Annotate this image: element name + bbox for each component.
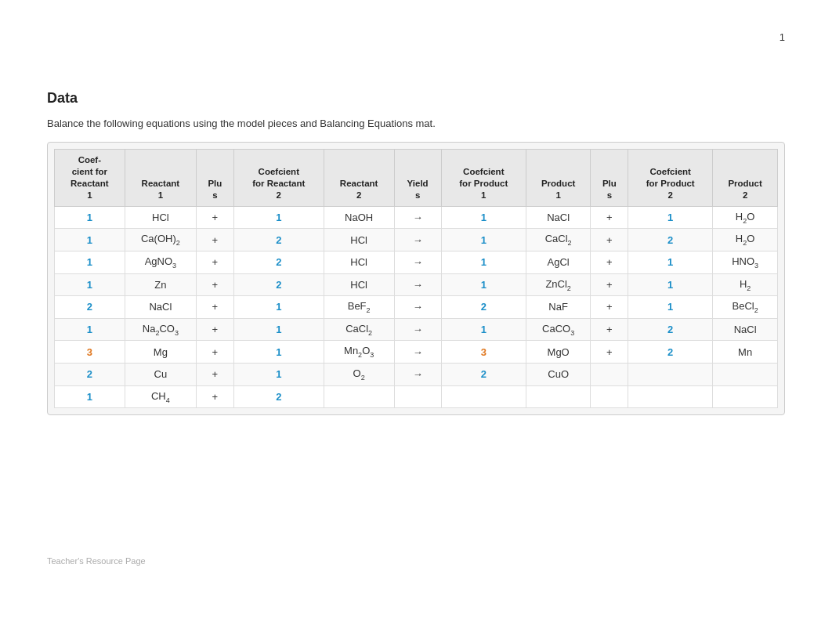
reactant2: HCl <box>324 251 394 273</box>
coef-reactant1: 2 <box>55 296 125 319</box>
yield-arrow: → <box>394 273 441 296</box>
coef-product2 <box>628 385 713 408</box>
reactant1: CH4 <box>125 385 196 408</box>
header-coef-reactant2: Coefcientfor Reactant2 <box>233 150 324 207</box>
balancing-equations-table: Coef-cient forReactant1 Reactant1 Plus C… <box>54 149 778 408</box>
reactant1: Zn <box>125 273 196 296</box>
coef-reactant2: 1 <box>233 206 324 229</box>
reactant1: Cu <box>125 363 196 385</box>
reactant2: HCl <box>324 229 394 251</box>
product2: H2O <box>713 229 778 251</box>
yield-arrow: → <box>394 363 441 385</box>
product2: Mn <box>713 341 778 364</box>
coef-reactant2: 2 <box>233 251 324 273</box>
reactant2 <box>324 385 394 408</box>
yield-arrow: → <box>394 251 441 273</box>
coef-product2: 2 <box>628 229 713 251</box>
plus-sign-2 <box>591 363 628 385</box>
header-product1: Product1 <box>526 150 591 207</box>
plus-sign-1: + <box>197 251 234 273</box>
product1: NaF <box>526 296 591 319</box>
reactant2: BeF2 <box>324 296 394 319</box>
yield-arrow: → <box>394 296 441 319</box>
coef-reactant2: 1 <box>233 318 324 341</box>
table-row: 1Zn+2HCl→1ZnCl2+1H2 <box>55 273 778 296</box>
coef-reactant2: 1 <box>233 363 324 385</box>
plus-sign-2: + <box>591 251 628 273</box>
coef-product1: 2 <box>441 296 526 319</box>
coef-product1: 1 <box>441 318 526 341</box>
table-row: 1Ca(OH)2+2HCl→1CaCl2+2H2O <box>55 229 778 251</box>
reactant1: Ca(OH)2 <box>125 229 196 251</box>
coef-product2: 1 <box>628 206 713 229</box>
reactant2: NaOH <box>324 206 394 229</box>
plus-sign-1: + <box>197 363 234 385</box>
product2: BeCl2 <box>713 296 778 319</box>
product2: HNO3 <box>713 251 778 273</box>
plus-sign-2: + <box>591 206 628 229</box>
product2 <box>713 385 778 408</box>
reactant1: Mg <box>125 341 196 364</box>
table-row: 1Na2CO3+1CaCl2→1CaCO3+2NaCl <box>55 318 778 341</box>
coef-reactant1: 2 <box>55 363 125 385</box>
reactant1: AgNO3 <box>125 251 196 273</box>
reactant2: CaCl2 <box>324 318 394 341</box>
coef-product1: 1 <box>441 251 526 273</box>
product2 <box>713 363 778 385</box>
reactant1: Na2CO3 <box>125 318 196 341</box>
header-coef-product1: Coefcientfor Product1 <box>441 150 526 207</box>
yield-arrow: → <box>394 318 441 341</box>
data-table-wrapper: Coef-cient forReactant1 Reactant1 Plus C… <box>47 142 785 415</box>
header-plus1: Plus <box>197 150 234 207</box>
coef-product1: 1 <box>441 206 526 229</box>
product1: CaCO3 <box>526 318 591 341</box>
coef-product2: 2 <box>628 318 713 341</box>
yield-arrow: → <box>394 206 441 229</box>
coef-product2 <box>628 363 713 385</box>
reactant1: NaCl <box>125 296 196 319</box>
coef-reactant2: 1 <box>233 296 324 319</box>
plus-sign-2: + <box>591 318 628 341</box>
header-product2: Product2 <box>713 150 778 207</box>
product1: NaCl <box>526 206 591 229</box>
coef-product2: 1 <box>628 251 713 273</box>
footer-text: Teacher's Resource Page <box>47 556 785 566</box>
coef-reactant1: 1 <box>55 206 125 229</box>
coef-product1: 2 <box>441 363 526 385</box>
product1: CaCl2 <box>526 229 591 251</box>
plus-sign-1: + <box>197 273 234 296</box>
section-title: Data <box>47 90 785 107</box>
plus-sign-1: + <box>197 296 234 319</box>
coef-reactant1: 1 <box>55 273 125 296</box>
plus-sign-2 <box>591 385 628 408</box>
coef-reactant1: 3 <box>55 341 125 364</box>
plus-sign-2: + <box>591 273 628 296</box>
table-row: 1HCl+1NaOH→1NaCl+1H2O <box>55 206 778 229</box>
coef-reactant1: 1 <box>55 318 125 341</box>
coef-product1: 1 <box>441 273 526 296</box>
table-row: 1AgNO3+2HCl→1AgCl+1HNO3 <box>55 251 778 273</box>
plus-sign-1: + <box>197 318 234 341</box>
plus-sign-1: + <box>197 385 234 408</box>
coef-product1: 3 <box>441 341 526 364</box>
header-reactant2: Reactant2 <box>324 150 394 207</box>
coef-product1 <box>441 385 526 408</box>
coef-reactant1: 1 <box>55 229 125 251</box>
reactant2: Mn2O3 <box>324 341 394 364</box>
table-row: 2NaCl+1BeF2→2NaF+1BeCl2 <box>55 296 778 319</box>
coef-product1: 1 <box>441 229 526 251</box>
coef-reactant2: 2 <box>233 273 324 296</box>
product1: AgCl <box>526 251 591 273</box>
product2: H2 <box>713 273 778 296</box>
intro-text: Balance the following equations using th… <box>47 118 785 129</box>
plus-sign-2: + <box>591 341 628 364</box>
coef-reactant2: 2 <box>233 385 324 408</box>
plus-sign-2: + <box>591 229 628 251</box>
reactant2: O2 <box>324 363 394 385</box>
coef-product2: 1 <box>628 296 713 319</box>
header-plus2: Plus <box>591 150 628 207</box>
table-row: 2Cu+1O2→2CuO <box>55 363 778 385</box>
table-row: 3Mg+1Mn2O3→3MgO+2Mn <box>55 341 778 364</box>
table-row: 1CH4+2 <box>55 385 778 408</box>
product1 <box>526 385 591 408</box>
